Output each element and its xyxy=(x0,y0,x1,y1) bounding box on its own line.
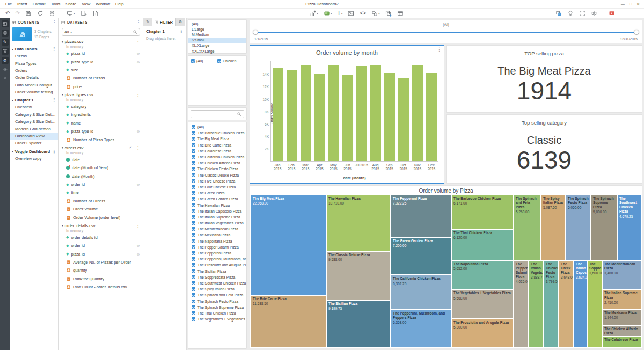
tab-edit[interactable]: ✎ xyxy=(143,18,152,26)
dataset-group-header[interactable]: ▾pizza_types.csv⋮ xyxy=(59,91,143,98)
checkbox-checked-icon[interactable] xyxy=(192,197,195,201)
pizza-checkbox-item[interactable]: The Italian Supreme Pizza xyxy=(188,214,246,220)
pizza-checkbox-item[interactable]: The Barbecue Chicken Pizza xyxy=(188,130,246,136)
pizza-checkbox-item[interactable]: The Hawaiian Pizza xyxy=(188,202,246,208)
treemap-tile[interactable]: The Spicy Italian Pizza5,087.50 xyxy=(541,195,566,260)
size-filter-item[interactable]: XL:XLarge xyxy=(188,43,246,48)
treemap-tile[interactable]: The Mexicana Pizza1,944.00 xyxy=(602,309,641,325)
treemap-tile[interactable]: The Italian Vegeta...3,888.75 xyxy=(529,260,544,347)
flip-icon[interactable] xyxy=(590,10,598,18)
treemap-tile[interactable]: The Napolitana Pizza5,652.00 xyxy=(451,260,514,290)
sidebar-item-order-volume-testing[interactable]: Order Volume testing xyxy=(10,89,58,96)
slider-handle-start[interactable] xyxy=(253,30,258,35)
add-document-icon[interactable] xyxy=(91,10,100,18)
treemap-card[interactable]: Order volume by Pizza The Big Meat Pizza… xyxy=(250,185,642,348)
checkbox-checked-icon[interactable] xyxy=(192,203,195,207)
sidebar-item-modern-grid-demonstration[interactable]: Modern Grid demonstration xyxy=(10,125,58,132)
arrange-icon[interactable] xyxy=(554,10,563,18)
checkbox-checked-icon[interactable] xyxy=(192,245,195,249)
panel-grid-icon[interactable] xyxy=(396,10,405,18)
present-icon[interactable]: ▾ xyxy=(65,10,76,18)
treemap-tile[interactable]: The Spinach and Feta Pizza5,268.00 xyxy=(514,195,541,260)
pin-icon[interactable] xyxy=(2,75,9,82)
treemap-tile[interactable]: The Green Garden Pizza7,200.00 xyxy=(391,237,451,275)
filter-icon[interactable] xyxy=(2,48,9,55)
dataset-menu-icon[interactable]: ⋮ xyxy=(136,223,140,228)
dataset-field[interactable]: Order Volume xyxy=(59,205,143,213)
dataset-field[interactable]: ◆order details id xyxy=(59,234,143,242)
dataset-field[interactable]: ◆ingredients xyxy=(59,111,143,119)
treemap-tile[interactable]: The Spinach Supreme Pizza5,000.00 xyxy=(591,195,617,260)
category-checkbox-item[interactable]: Chicken xyxy=(217,59,244,63)
checkbox-checked-icon[interactable] xyxy=(192,281,195,285)
undo-icon[interactable]: ↶ xyxy=(4,10,11,18)
checkbox-checked-icon[interactable] xyxy=(192,251,195,255)
menu-tools[interactable]: Tools xyxy=(49,1,63,7)
checkbox-checked-icon[interactable] xyxy=(192,311,195,315)
pizza-checkbox-item[interactable]: The Sicilian Pizza xyxy=(188,268,246,274)
sidebar-item-overview[interactable]: Overview xyxy=(10,104,58,111)
kpi-card-top-category[interactable]: Top selling category Classic 6139 xyxy=(446,114,642,184)
filter-chapter-menu-icon[interactable]: ⋮ xyxy=(179,29,184,34)
sidebar-item-pizza-types[interactable]: Pizza Types xyxy=(10,60,58,67)
maximize-button[interactable]: □ xyxy=(630,2,632,6)
checkbox-checked-icon[interactable] xyxy=(192,215,195,219)
pizza-checkbox-item[interactable]: The Spinach Pesto Pizza xyxy=(188,298,246,304)
menu-view[interactable]: View xyxy=(79,1,92,7)
dataset-field[interactable]: Row Count - order_details.csv xyxy=(59,283,143,291)
dataset-menu-icon[interactable]: ⋮ xyxy=(136,39,140,44)
treemap-tile[interactable]: The Pepperoni Pizza7,322.25 xyxy=(391,195,451,237)
checkbox-checked-icon[interactable] xyxy=(191,59,195,63)
checkbox-checked-icon[interactable] xyxy=(192,167,195,171)
sidebar-item-category-size-details-pie-[interactable]: Category & Size Details (Pie) xyxy=(10,111,58,118)
treemap-tile[interactable]: The Mediterranean Pizza3,468.00 xyxy=(602,260,641,290)
dataset-group-header[interactable]: ▾orders.csv✓⋮ xyxy=(59,144,143,151)
slider-track[interactable] xyxy=(255,32,636,33)
checkbox-checked-icon[interactable] xyxy=(192,161,195,165)
dataset-group-header[interactable]: ▾order_details.csv⋮ xyxy=(59,222,143,229)
section-menu-icon[interactable]: ⋮ xyxy=(52,149,56,154)
treemap-tile[interactable]: The Big Meat Pizza22,968.00 xyxy=(251,195,326,295)
bar[interactable] xyxy=(412,65,423,161)
size-filter-item[interactable]: S:Small xyxy=(188,38,246,43)
checkbox-checked-icon[interactable] xyxy=(192,305,195,309)
treemap-tile[interactable]: The Spinach Pesto Pizza5,050.00 xyxy=(566,195,591,260)
bar-chart-card[interactable]: ⋮ Order volume by month Order Volume 2K4… xyxy=(250,45,444,184)
treemap-tile[interactable]: The Thai Chicken Pizza6,120.00 xyxy=(451,229,514,260)
checkbox-checked-icon[interactable] xyxy=(192,227,195,231)
dataset-field[interactable]: Number of Pizzas xyxy=(59,74,143,82)
bar[interactable] xyxy=(328,65,339,161)
menu-share[interactable]: Share xyxy=(63,1,78,7)
add-text-icon[interactable]: T▾ xyxy=(336,10,344,18)
treemap-tile[interactable]: The Italian Supreme Pizza2,450.00 xyxy=(602,289,641,309)
treemap-tile[interactable]: The Pepperoni, Mushroom, and Peppers Piz… xyxy=(391,310,451,347)
checkbox-checked-icon[interactable] xyxy=(192,155,195,159)
tab-settings[interactable]: ⚙ xyxy=(176,18,185,26)
section-header[interactable]: ▾Chapter 1⋮ xyxy=(10,97,58,104)
menu-window[interactable]: Window xyxy=(93,1,112,7)
pages-icon[interactable] xyxy=(2,20,9,27)
size-filter-item[interactable]: XXL:XXLarge xyxy=(188,48,246,54)
pizza-checkbox-item[interactable]: The Napolitana Pizza xyxy=(188,238,246,244)
dataset-field[interactable]: ◆category xyxy=(59,103,143,111)
menu-format[interactable]: Format xyxy=(31,1,48,7)
sidebar-item-order-details[interactable]: Order Details xyxy=(10,74,58,81)
pizza-checkbox-item[interactable]: The Four Cheese Pizza xyxy=(188,184,246,190)
checkbox-checked-icon[interactable] xyxy=(217,59,221,63)
treemap-tile[interactable]: The Barbecue Chicken Pizza6,171.00 xyxy=(451,195,514,229)
checkbox-checked-icon[interactable] xyxy=(192,209,195,213)
dataset-field[interactable]: quantity xyxy=(59,266,143,274)
pizza-checkbox-item[interactable]: The Spinach Supreme Pizza xyxy=(188,304,246,310)
color-tile-icon[interactable]: ▾ xyxy=(323,10,333,18)
pizza-checkbox-item[interactable]: (All) xyxy=(188,124,246,130)
add-image-icon[interactable] xyxy=(347,10,355,18)
pizza-search-input[interactable] xyxy=(191,110,244,118)
pizza-checkbox-item[interactable]: The California Chicken Pizza xyxy=(188,154,246,160)
bar[interactable] xyxy=(398,78,409,161)
treemap-tile[interactable]: The Vegetables + Vegetables Pizza5,568.0… xyxy=(451,289,514,319)
checkbox-checked-icon[interactable] xyxy=(192,275,195,279)
checkbox-checked-icon[interactable] xyxy=(192,149,195,153)
edit-icon[interactable]: ✎ xyxy=(2,39,9,46)
add-page-icon[interactable] xyxy=(79,10,88,18)
presentation-mode-icon[interactable] xyxy=(608,10,616,18)
